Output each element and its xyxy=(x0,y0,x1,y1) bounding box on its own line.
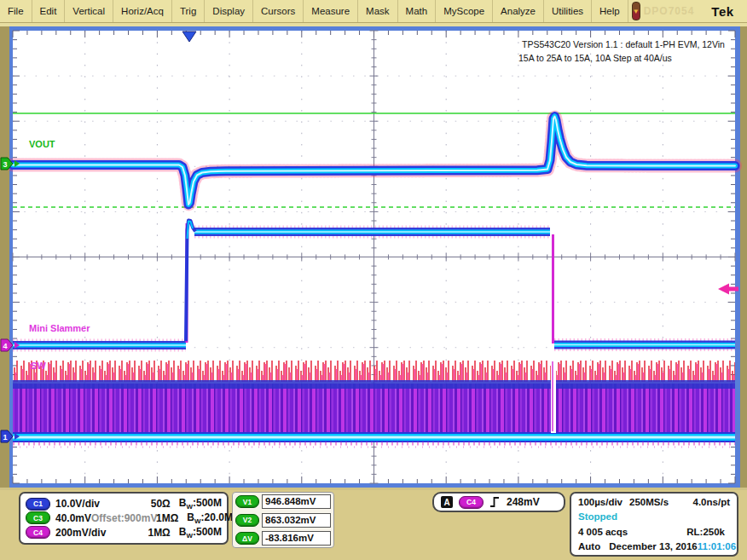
graticule-frame-right xyxy=(735,26,740,488)
ch3-impedance: 1MΩ xyxy=(156,512,178,524)
trigger-level-value: 248mV xyxy=(507,496,540,508)
ch1-readout-row: C1 10.0V/div 50Ω BW:500M xyxy=(26,497,222,511)
annotation-line2: 15A to 25A to 15A, 10A Step at 40A/us xyxy=(518,53,672,63)
ch1-scale: 10.0V/div xyxy=(55,498,101,510)
datetime-row: Auto December 13, 2016 11:01:06 xyxy=(578,541,730,551)
svg-text:3: 3 xyxy=(3,160,7,169)
rising-edge-icon xyxy=(489,496,501,508)
acq-state-row: Stopped xyxy=(578,511,730,522)
sw-acquisition-gap xyxy=(551,360,556,433)
svg-text:4: 4 xyxy=(3,342,7,350)
ch3-scale: 40.0mV xyxy=(55,512,91,524)
readout-bar: C1 10.0V/div 50Ω BW:500M C3 40.0mV Offse… xyxy=(0,490,747,560)
ch4-impedance: 1MΩ xyxy=(148,527,170,539)
acq-state: Stopped xyxy=(578,511,617,522)
trigger-source-badge: C4 xyxy=(459,496,484,509)
ch3-badge[interactable]: C3 xyxy=(26,511,50,524)
sample-resolution: 4.0ns/pt xyxy=(693,497,730,507)
annotation-line1: TPS543C20 Version 1.1 : default 1-PH EVM… xyxy=(522,39,725,49)
ch1-bandwidth: BW:500M xyxy=(179,497,222,511)
trig-mode: Auto xyxy=(578,541,600,551)
acq-count-row: 4 005 acqs RL:250k xyxy=(578,527,730,537)
right-margin xyxy=(740,26,747,488)
horizontal-readout-box[interactable]: 100µs/div 250MS/s 4.0ns/pt Stopped 4 005… xyxy=(570,492,738,557)
trigger-a-badge: A xyxy=(441,496,453,508)
ch3-readout-row: C3 40.0mV Offset:900mV 1MΩ BW:20.0M xyxy=(26,511,222,525)
graticule-frame-top xyxy=(9,26,740,31)
acq-count: 4 005 acqs xyxy=(578,527,628,537)
cursor-v2-value: 863.032mV xyxy=(262,513,331,528)
record-length: RL:250k xyxy=(686,527,725,537)
waveform-display: TPS543C20 Version 1.1 : default 1-PH EVM… xyxy=(0,0,747,490)
ch1-impedance: 50Ω xyxy=(147,498,171,510)
ch4-badge[interactable]: C4 xyxy=(26,526,50,539)
ch1-badge[interactable]: C1 xyxy=(26,498,50,511)
sw-trace xyxy=(13,360,735,447)
cursor-dv-badge: ΔV xyxy=(235,532,259,545)
vout-label: VOUT xyxy=(29,139,55,149)
ch3-bandwidth: BW:20.0M xyxy=(187,511,233,525)
ch3-offset: Offset:900mV xyxy=(91,512,156,524)
cursor-dv-row: ΔV -83.816mV xyxy=(235,531,331,546)
time-text: 11:01:06 xyxy=(698,541,736,551)
mini-slammer-label: Mini Slammer xyxy=(29,323,90,333)
svg-text:1: 1 xyxy=(3,433,7,442)
cursor-v2-badge: V2 xyxy=(235,514,259,527)
timebase-row: 100µs/div 250MS/s 4.0ns/pt xyxy=(578,497,730,507)
trigger-readout-box[interactable]: A C4 248mV xyxy=(432,492,565,512)
sample-rate: 250MS/s xyxy=(629,497,669,507)
oscilloscope-screen: File Edit Vertical Horiz/Acq Trig Displa… xyxy=(0,0,747,560)
cursor-v1-row: V1 946.848mV xyxy=(235,494,331,509)
ch4-readout-row: C4 200mV/div 1MΩ BW:500M xyxy=(26,526,222,540)
cursor-v1-badge: V1 xyxy=(235,495,259,508)
ch4-bandwidth: BW:500M xyxy=(179,526,222,540)
graticule-frame-left xyxy=(9,26,13,488)
timebase-value: 100µs/div xyxy=(578,497,622,507)
cursor-v1-value: 946.848mV xyxy=(262,494,331,509)
cursor-readout-box[interactable]: V1 946.848mV V2 863.032mV ΔV -83.816mV xyxy=(232,492,334,548)
cursor-dv-value: -83.816mV xyxy=(262,531,331,546)
date-text: December 13, 2016 xyxy=(609,541,698,551)
vertical-readout-box[interactable]: C1 10.0V/div 50Ω BW:500M C3 40.0mV Offse… xyxy=(19,492,229,545)
graticule-frame-bottom xyxy=(9,483,740,488)
left-margin xyxy=(0,26,9,488)
sw-label: SW xyxy=(31,361,46,371)
cursor-v2-row: V2 863.032mV xyxy=(235,513,331,528)
ch4-scale: 200mV/div xyxy=(55,527,106,539)
